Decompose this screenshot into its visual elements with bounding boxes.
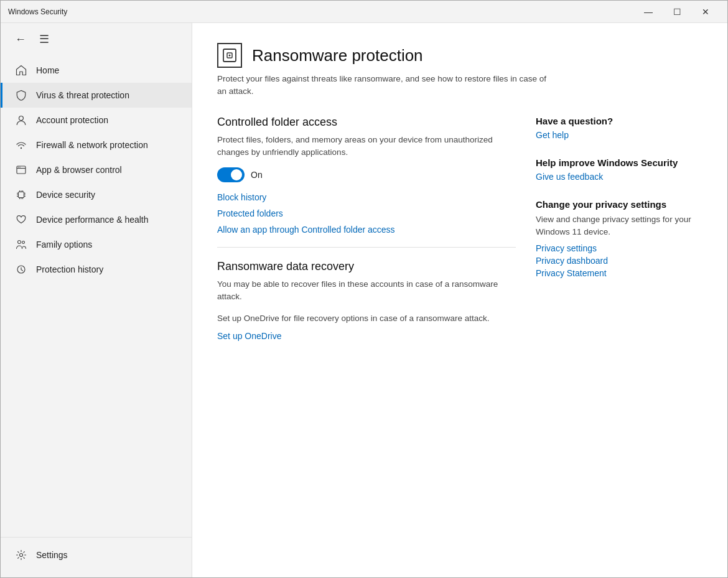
sidebar-item-firewall-label: Firewall & network protection bbox=[36, 140, 148, 150]
sidebar-item-account[interactable]: Account protection bbox=[1, 108, 192, 133]
allow-app-link[interactable]: Allow an app through Controlled folder a… bbox=[217, 225, 516, 235]
privacy-statement-link[interactable]: Privacy Statement bbox=[536, 268, 698, 278]
recovery-description: You may be able to recover files in thes… bbox=[217, 278, 516, 304]
svg-point-11 bbox=[229, 55, 231, 57]
app-body: ← ☰ Home bbox=[1, 23, 727, 577]
improve-title: Help improve Windows Security bbox=[536, 157, 698, 168]
shield-icon bbox=[15, 89, 27, 101]
privacy-section: Change your privacy settings View and ch… bbox=[536, 199, 698, 279]
privacy-dashboard-link[interactable]: Privacy dashboard bbox=[536, 256, 698, 266]
sidebar-item-device-security-label: Device security bbox=[36, 190, 95, 200]
svg-point-0 bbox=[19, 116, 24, 121]
recovery-setup-text: Set up OneDrive for file recovery option… bbox=[217, 312, 516, 325]
back-button[interactable]: ← bbox=[11, 29, 30, 49]
sidebar-item-virus-label: Virus & threat protection bbox=[36, 90, 129, 100]
close-button[interactable]: ✕ bbox=[691, 1, 720, 23]
gear-icon bbox=[15, 549, 27, 561]
right-panel: Have a question? Get help Help improve W… bbox=[536, 116, 698, 347]
svg-point-3 bbox=[18, 167, 19, 167]
history-icon bbox=[15, 263, 27, 276]
sidebar-footer: Settings bbox=[1, 537, 192, 572]
sidebar-item-family[interactable]: Family options bbox=[1, 232, 192, 257]
page-header: Ransomware protection bbox=[217, 43, 698, 68]
hamburger-icon[interactable]: ☰ bbox=[39, 32, 49, 46]
content-main: Controlled folder access Protect files, … bbox=[217, 116, 516, 347]
privacy-description: View and change privacy settings for you… bbox=[536, 213, 698, 239]
setup-onedrive-link[interactable]: Set up OneDrive bbox=[217, 331, 516, 341]
svg-point-6 bbox=[18, 241, 21, 244]
sidebar-item-virus[interactable]: Virus & threat protection bbox=[1, 83, 192, 108]
main-content: Ransomware protection Protect your files… bbox=[192, 23, 727, 577]
sidebar-item-device-health[interactable]: Device performance & health bbox=[1, 207, 192, 232]
block-history-link[interactable]: Block history bbox=[217, 192, 516, 202]
svg-point-7 bbox=[22, 241, 25, 244]
home-icon bbox=[15, 64, 27, 77]
sidebar-item-device-security[interactable]: Device security bbox=[1, 182, 192, 207]
ransomware-icon bbox=[217, 43, 242, 68]
question-title: Have a question? bbox=[536, 116, 698, 126]
nav-menu: Home Virus & threat protection bbox=[1, 55, 192, 537]
cfa-description: Protect files, folders, and memory areas… bbox=[217, 134, 516, 159]
sidebar-item-account-label: Account protection bbox=[36, 115, 108, 125]
toggle-row: On bbox=[217, 167, 516, 182]
help-question-section: Have a question? Get help bbox=[536, 116, 698, 140]
section-divider bbox=[217, 247, 516, 248]
sidebar-item-family-label: Family options bbox=[36, 240, 92, 249]
heart-icon bbox=[15, 213, 27, 226]
content-layout: Controlled folder access Protect files, … bbox=[217, 116, 698, 347]
privacy-title: Change your privacy settings bbox=[536, 199, 698, 210]
improve-section: Help improve Windows Security Give us fe… bbox=[536, 157, 698, 182]
toggle-label: On bbox=[251, 170, 263, 180]
cfa-toggle[interactable] bbox=[217, 167, 245, 182]
sidebar-item-settings[interactable]: Settings bbox=[1, 543, 192, 567]
feedback-link[interactable]: Give us feedback bbox=[536, 172, 698, 182]
sidebar-item-home[interactable]: Home bbox=[1, 58, 192, 83]
wifi-icon bbox=[15, 139, 27, 151]
get-help-link[interactable]: Get help bbox=[536, 130, 698, 140]
sidebar-item-history[interactable]: Protection history bbox=[1, 257, 192, 282]
title-bar: Windows Security — ☐ ✕ bbox=[1, 1, 727, 23]
browser-icon bbox=[15, 164, 27, 176]
window-title: Windows Security bbox=[8, 7, 634, 16]
chip-icon bbox=[15, 189, 27, 201]
family-icon bbox=[15, 238, 27, 251]
svg-point-8 bbox=[20, 554, 23, 557]
sidebar-item-settings-label: Settings bbox=[36, 550, 68, 560]
protected-folders-link[interactable]: Protected folders bbox=[217, 208, 516, 218]
svg-point-1 bbox=[21, 147, 22, 149]
sidebar-header: ← ☰ bbox=[1, 23, 192, 55]
person-icon bbox=[15, 114, 27, 126]
page-subtitle: Protect your files against threats like … bbox=[217, 73, 547, 98]
sidebar-item-app-browser-label: App & browser control bbox=[36, 165, 122, 175]
page-title: Ransomware protection bbox=[252, 46, 423, 65]
minimize-button[interactable]: — bbox=[634, 1, 663, 23]
svg-rect-5 bbox=[19, 192, 24, 198]
recovery-title: Ransomware data recovery bbox=[217, 260, 516, 273]
sidebar-item-app-browser[interactable]: App & browser control bbox=[1, 157, 192, 182]
privacy-settings-link[interactable]: Privacy settings bbox=[536, 243, 698, 253]
svg-point-4 bbox=[19, 167, 20, 167]
sidebar-item-device-health-label: Device performance & health bbox=[36, 215, 149, 225]
maximize-button[interactable]: ☐ bbox=[663, 1, 691, 23]
sidebar-item-history-label: Protection history bbox=[36, 264, 103, 274]
sidebar-item-home-label: Home bbox=[36, 65, 59, 75]
window-controls: — ☐ ✕ bbox=[634, 1, 720, 23]
sidebar: ← ☰ Home bbox=[1, 23, 192, 577]
sidebar-item-firewall[interactable]: Firewall & network protection bbox=[1, 133, 192, 157]
back-icon: ← bbox=[15, 33, 26, 46]
app-window: Windows Security — ☐ ✕ ← ☰ bbox=[0, 0, 728, 578]
cfa-title: Controlled folder access bbox=[217, 116, 516, 129]
